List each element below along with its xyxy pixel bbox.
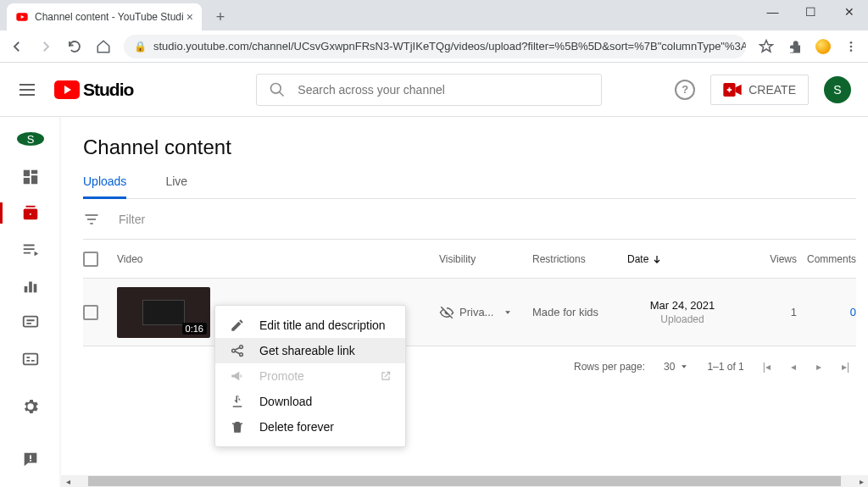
col-header-date[interactable]: Date (627, 253, 737, 265)
search-input[interactable] (298, 83, 589, 97)
scrollbar-thumb[interactable] (88, 476, 841, 486)
col-header-video[interactable]: Video (117, 253, 439, 265)
bookmark-star-icon[interactable] (758, 38, 775, 55)
video-context-menu: Edit title and description Get shareable… (214, 305, 406, 447)
svg-rect-12 (25, 286, 28, 292)
pagination: Rows per page: 30 1–1 of 1 |◂ ◂ ▸ ▸| (83, 346, 856, 387)
extensions-icon[interactable] (787, 38, 804, 55)
analytics-icon (21, 277, 40, 296)
sidebar-item-feedback[interactable] (0, 438, 61, 480)
comments-icon (21, 313, 40, 332)
playlists-icon (21, 241, 40, 259)
svg-point-3 (850, 49, 853, 52)
col-header-views[interactable]: Views (737, 253, 797, 265)
pencil-icon (229, 317, 246, 334)
studio-header: Studio ? CREATE S (0, 63, 868, 117)
sidebar-item-playlists[interactable] (0, 239, 61, 260)
dashboard-icon (21, 168, 40, 186)
filter-icon (83, 211, 100, 228)
app-body: S Channel content Uploads Live Filter Vi… (0, 117, 868, 487)
tab-live[interactable]: Live (165, 174, 187, 198)
sidebar-item-analytics[interactable] (0, 276, 61, 297)
search-box[interactable] (256, 74, 602, 106)
col-header-comments[interactable]: Comments (805, 253, 856, 265)
ctx-download[interactable]: Download (215, 389, 405, 414)
svg-rect-14 (34, 284, 37, 292)
ctx-delete-forever[interactable]: Delete forever (215, 414, 405, 440)
row-checkbox[interactable] (83, 305, 98, 320)
video-thumbnail[interactable]: 0:16 (117, 287, 210, 338)
tab-title: Channel content - YouTube Studi (35, 11, 184, 23)
restrictions-cell: Made for kids (532, 306, 627, 318)
svg-rect-17 (30, 455, 31, 459)
window-controls: — ☐ ✕ (754, 0, 868, 24)
svg-rect-18 (30, 460, 31, 462)
browser-tab-strip: Channel content - YouTube Studi × + — ☐ … (0, 0, 868, 30)
rows-per-page-value[interactable]: 30 (664, 361, 675, 373)
prev-page-button[interactable]: ◂ (791, 361, 796, 373)
svg-rect-10 (24, 178, 30, 184)
table-row[interactable]: 0:16 Priva... Made for kids Mar 24, 2021… (83, 279, 856, 346)
account-avatar[interactable]: S (824, 76, 851, 103)
tab-uploads[interactable]: Uploads (83, 174, 126, 198)
create-video-icon (723, 83, 742, 97)
col-header-visibility[interactable]: Visibility (439, 253, 532, 265)
filter-row[interactable]: Filter (83, 199, 856, 240)
gear-icon (21, 397, 40, 416)
maximize-button[interactable]: ☐ (792, 0, 830, 24)
table-header: Video Visibility Restrictions Date Views… (83, 240, 856, 279)
horizontal-scrollbar[interactable]: ◂ ▸ (61, 475, 868, 487)
hamburger-menu-icon[interactable] (17, 80, 37, 100)
comments-cell[interactable]: 0 (805, 306, 856, 318)
col-header-restrictions[interactable]: Restrictions (532, 253, 627, 265)
feedback-icon (21, 450, 40, 468)
sort-desc-icon (652, 254, 662, 264)
sidebar-item-dashboard[interactable] (0, 166, 61, 187)
ctx-edit-title[interactable]: Edit title and description (215, 313, 405, 338)
extension-badge-icon[interactable] (815, 39, 831, 54)
minimize-button[interactable]: — (754, 0, 792, 24)
filter-placeholder: Filter (119, 213, 145, 226)
sidebar-item-subtitles[interactable] (0, 349, 61, 370)
browser-tab[interactable]: Channel content - YouTube Studi × (7, 3, 202, 30)
new-tab-button[interactable]: + (209, 5, 232, 29)
select-all-checkbox[interactable] (83, 252, 98, 267)
reload-button[interactable] (66, 38, 83, 55)
date-cell: Mar 24, 2021 Uploaded (627, 299, 737, 325)
chevron-down-icon[interactable] (680, 362, 688, 371)
first-page-button[interactable]: |◂ (763, 361, 771, 373)
omnibox[interactable]: 🔒 studio.youtube.com/channel/UCsvGxwpnFR… (124, 35, 746, 58)
svg-rect-15 (24, 317, 38, 327)
chrome-menu-icon[interactable] (843, 38, 860, 55)
forward-button[interactable] (37, 38, 54, 55)
scroll-right-icon[interactable]: ▸ (854, 477, 868, 486)
megaphone-icon (229, 368, 246, 385)
home-button[interactable] (95, 38, 112, 55)
create-button[interactable]: CREATE (710, 75, 809, 105)
sidebar-channel-avatar[interactable]: S (17, 132, 44, 146)
last-page-button[interactable]: ▸| (842, 361, 849, 373)
ctx-share-link[interactable]: Get shareable link (215, 338, 405, 363)
svg-rect-13 (29, 282, 32, 293)
youtube-logo-icon (54, 80, 80, 99)
sidebar-item-settings[interactable] (0, 385, 61, 428)
ctx-promote: Promote (215, 363, 405, 389)
svg-point-1 (850, 42, 853, 44)
youtube-favicon-icon (15, 10, 29, 24)
next-page-button[interactable]: ▸ (816, 361, 821, 373)
content-tabs: Uploads Live (83, 174, 856, 199)
visibility-cell[interactable]: Priva... (439, 305, 532, 320)
scroll-left-icon[interactable]: ◂ (61, 477, 75, 486)
svg-point-5 (271, 83, 281, 93)
private-icon (439, 305, 454, 320)
studio-logo[interactable]: Studio (54, 80, 133, 100)
close-window-button[interactable]: ✕ (830, 0, 868, 24)
close-tab-icon[interactable]: × (186, 10, 193, 24)
back-button[interactable] (8, 38, 25, 55)
content-icon (21, 204, 40, 223)
sidebar-item-content[interactable] (0, 202, 61, 224)
sidebar-item-comments[interactable] (0, 313, 61, 334)
help-button[interactable]: ? (675, 80, 695, 100)
download-icon (229, 393, 246, 410)
page-range: 1–1 of 1 (707, 361, 743, 373)
